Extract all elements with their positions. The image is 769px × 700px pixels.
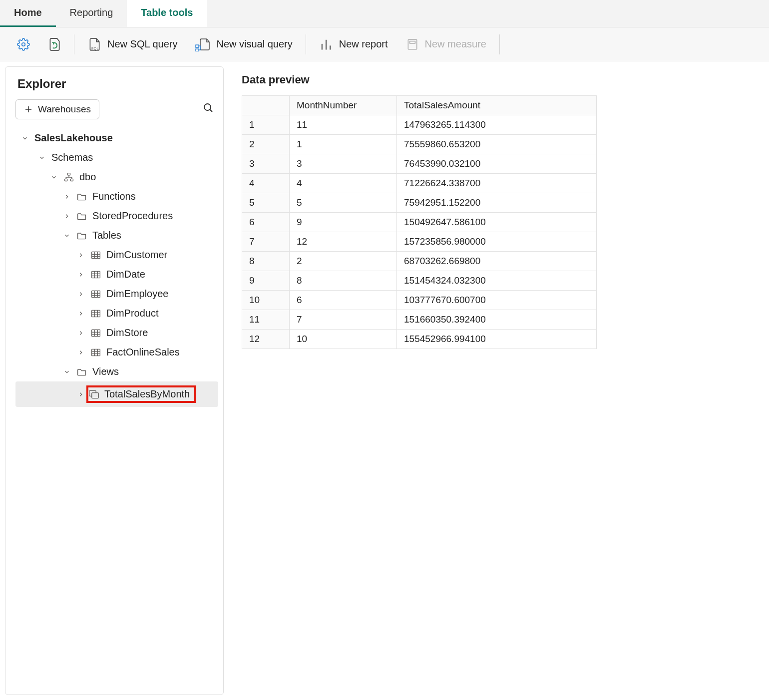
- data-cell[interactable]: 68703262.669800: [397, 252, 597, 271]
- chevron-right-icon: [76, 290, 85, 299]
- data-cell[interactable]: 9: [290, 213, 397, 232]
- database-label: SalesLakehouse: [34, 132, 113, 144]
- data-preview-panel: Data preview MonthNumber TotalSalesAmoun…: [224, 61, 769, 700]
- data-cell[interactable]: 1: [290, 135, 397, 154]
- data-cell[interactable]: 12: [290, 232, 397, 252]
- gear-icon: [17, 38, 30, 51]
- row-number-cell: 5: [242, 193, 290, 213]
- tab-home[interactable]: Home: [0, 0, 56, 27]
- schema-icon: [63, 172, 74, 183]
- row-number-cell: 3: [242, 154, 290, 174]
- data-cell[interactable]: 147963265.114300: [397, 115, 597, 135]
- svg-point-17: [204, 104, 211, 110]
- chevron-right-icon: [76, 270, 85, 279]
- toolbar-separator: [499, 34, 500, 54]
- tree-node-tables[interactable]: Tables: [15, 226, 218, 245]
- svg-rect-47: [92, 349, 100, 355]
- table-row[interactable]: 712157235856.980000: [242, 232, 597, 252]
- tree-node-table[interactable]: FactOnlineSales: [15, 343, 218, 362]
- data-cell[interactable]: 75942951.152200: [397, 193, 597, 213]
- table-row[interactable]: 4471226624.338700: [242, 174, 597, 193]
- functions-label: Functions: [92, 191, 136, 202]
- schemas-label: Schemas: [51, 152, 93, 163]
- new-sql-query-button[interactable]: SQL New SQL query: [78, 33, 186, 56]
- plus-icon: [24, 105, 33, 114]
- table-label: FactOnlineSales: [106, 347, 180, 358]
- column-header[interactable]: TotalSalesAmount: [397, 96, 597, 115]
- data-cell[interactable]: 151454324.032300: [397, 271, 597, 291]
- table-row[interactable]: 111147963265.114300: [242, 115, 597, 135]
- table-row[interactable]: 5575942951.152200: [242, 193, 597, 213]
- new-measure-button: New measure: [397, 34, 495, 55]
- tree-node-functions[interactable]: Functions: [15, 187, 218, 206]
- chevron-down-icon: [37, 153, 46, 162]
- data-preview-table: MonthNumber TotalSalesAmount 11114796326…: [242, 95, 597, 349]
- data-cell[interactable]: 8: [290, 271, 397, 291]
- tree-node-schemas[interactable]: Schemas: [15, 148, 218, 167]
- data-cell[interactable]: 4: [290, 174, 397, 193]
- data-cell[interactable]: 76453990.032100: [397, 154, 597, 174]
- tree-node-table[interactable]: DimCustomer: [15, 245, 218, 265]
- refresh-button[interactable]: [39, 33, 70, 56]
- rownum-header[interactable]: [242, 96, 290, 115]
- table-row[interactable]: 117151660350.392400: [242, 310, 597, 330]
- table-row[interactable]: 3376453990.032100: [242, 154, 597, 174]
- data-cell[interactable]: 7: [290, 310, 397, 330]
- folder-icon: [76, 191, 87, 202]
- tree-node-table[interactable]: DimDate: [15, 265, 218, 284]
- data-cell[interactable]: 155452966.994100: [397, 330, 597, 349]
- svg-line-18: [210, 109, 212, 112]
- table-row[interactable]: 98151454324.032300: [242, 271, 597, 291]
- svg-rect-22: [92, 252, 100, 258]
- table-row[interactable]: 2175559860.653200: [242, 135, 597, 154]
- data-cell[interactable]: 6: [290, 291, 397, 310]
- table-row[interactable]: 106103777670.600700: [242, 291, 597, 310]
- tree-node-view-selected[interactable]: TotalSalesByMonth: [15, 381, 218, 407]
- table-row[interactable]: 8268703262.669800: [242, 252, 597, 271]
- tree-node-table[interactable]: DimProduct: [15, 304, 218, 323]
- svg-point-0: [22, 42, 25, 46]
- new-measure-label: New measure: [425, 38, 486, 50]
- new-report-button[interactable]: New report: [310, 33, 397, 55]
- data-cell[interactable]: 2: [290, 252, 397, 271]
- table-icon: [90, 347, 101, 358]
- data-cell[interactable]: 157235856.980000: [397, 232, 597, 252]
- toolbar: SQL New SQL query New visual query New r…: [0, 27, 769, 61]
- tree-node-database[interactable]: SalesLakehouse: [15, 128, 218, 148]
- data-cell[interactable]: 11: [290, 115, 397, 135]
- tree-node-table[interactable]: DimStore: [15, 323, 218, 343]
- chevron-right-icon: [76, 309, 85, 318]
- svg-rect-21: [70, 179, 73, 181]
- tree-node-table[interactable]: DimEmployee: [15, 284, 218, 304]
- svg-rect-2: [196, 45, 199, 47]
- row-number-cell: 9: [242, 271, 290, 291]
- data-cell[interactable]: 3: [290, 154, 397, 174]
- tab-reporting[interactable]: Reporting: [56, 0, 127, 27]
- table-row[interactable]: 1210155452966.994100: [242, 330, 597, 349]
- data-cell[interactable]: 75559860.653200: [397, 135, 597, 154]
- data-cell[interactable]: 5: [290, 193, 397, 213]
- search-button[interactable]: [198, 99, 218, 119]
- data-cell[interactable]: 103777670.600700: [397, 291, 597, 310]
- folder-icon: [76, 230, 87, 241]
- data-cell[interactable]: 150492647.586100: [397, 213, 597, 232]
- tables-label: Tables: [92, 230, 121, 241]
- chevron-right-icon: [76, 251, 85, 260]
- settings-button[interactable]: [8, 34, 39, 55]
- chevron-right-icon: [76, 329, 85, 338]
- table-row[interactable]: 69150492647.586100: [242, 213, 597, 232]
- search-icon: [202, 102, 214, 114]
- data-cell[interactable]: 71226624.338700: [397, 174, 597, 193]
- data-cell[interactable]: 151660350.392400: [397, 310, 597, 330]
- chevron-right-icon: [62, 192, 71, 201]
- tree-node-storedprocedures[interactable]: StoredProcedures: [15, 206, 218, 226]
- warehouses-button[interactable]: Warehouses: [15, 99, 99, 119]
- tree-node-schema-dbo[interactable]: dbo: [15, 167, 218, 187]
- new-visual-query-button[interactable]: New visual query: [186, 33, 301, 55]
- view-icon: [88, 389, 99, 400]
- data-cell[interactable]: 10: [290, 330, 397, 349]
- column-header[interactable]: MonthNumber: [290, 96, 397, 115]
- new-report-label: New report: [339, 38, 388, 50]
- tree-node-views[interactable]: Views: [15, 362, 218, 381]
- tab-table-tools[interactable]: Table tools: [127, 0, 207, 27]
